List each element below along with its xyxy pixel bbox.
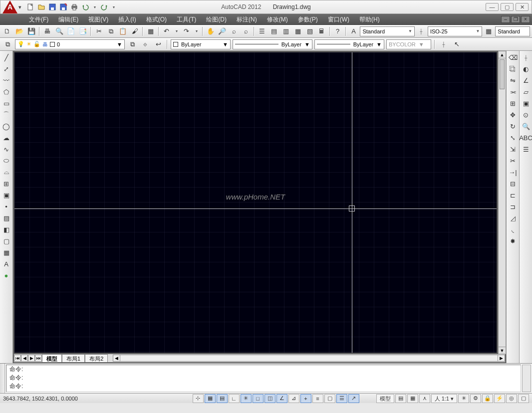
insert-icon[interactable]: ⊞ [1, 178, 12, 189]
qat-save-icon[interactable] [47, 2, 57, 12]
mdi-restore-button[interactable]: ❐ [511, 16, 520, 23]
redo-list-icon[interactable]: ▾ [193, 29, 200, 33]
trim-icon[interactable]: ✂ [508, 155, 519, 166]
tb-tablestyle-icon[interactable]: ▦ [483, 26, 494, 37]
spline-icon[interactable]: ∿ [1, 144, 12, 155]
radius-icon[interactable]: ◐ [521, 63, 532, 74]
coords-readout[interactable]: 3643.7842, 1502.4301, 0.0000 [3, 396, 103, 402]
qat-print-icon[interactable] [69, 2, 79, 12]
circle-icon[interactable]: ◯ [1, 121, 12, 132]
mirror-icon[interactable]: ⇋ [508, 75, 519, 86]
quickselect-icon[interactable]: ⊙ [521, 109, 532, 120]
spell-icon[interactable]: ABC [521, 132, 532, 143]
tab-first-icon[interactable]: ⏮ [14, 355, 21, 362]
join-icon[interactable]: ⊐ [508, 201, 519, 212]
tb-zoomprev-icon[interactable]: ⌕ [241, 26, 252, 37]
scroll-right-icon[interactable]: ▶ [498, 355, 505, 361]
layer-combo[interactable]: 💡 ☀ 🔓 🖶 0 ▼ [15, 39, 125, 49]
tb-zoomrt-icon[interactable]: 🔎 [217, 26, 228, 37]
tab-prev-icon[interactable]: ◀ [21, 355, 28, 362]
area-icon[interactable]: ▱ [521, 86, 532, 97]
sb-quickview-drawings-icon[interactable]: ▦ [407, 394, 418, 403]
sb-cleanscreen-icon[interactable]: ▢ [518, 394, 529, 403]
sb-isolate-icon[interactable]: ◎ [506, 394, 517, 403]
sb-dyn-icon[interactable]: + [300, 394, 311, 403]
undo-dropdown-icon[interactable]: ▾ [91, 2, 98, 12]
scroll-down-icon[interactable]: ▼ [499, 347, 506, 354]
menu-modify[interactable]: 修改(M) [262, 14, 293, 25]
break-icon[interactable]: ⊏ [508, 190, 519, 201]
tb-blockeditor-icon[interactable]: ▦ [145, 26, 156, 37]
arc-icon[interactable]: ⌒ [1, 109, 12, 120]
linetype-combo[interactable]: ByLayer ▼ [233, 39, 312, 49]
menu-parametric[interactable]: 参数(P) [293, 14, 323, 25]
tb-redo-icon[interactable]: ↷ [181, 26, 192, 37]
scale-icon[interactable]: ⤡ [508, 132, 519, 143]
maximize-button[interactable]: ▢ [501, 3, 514, 11]
addselected-icon[interactable]: ● [1, 270, 12, 281]
undo-list-icon[interactable]: ▾ [173, 29, 180, 33]
menu-file[interactable]: 文件(F) [24, 14, 53, 25]
sb-ducs-icon[interactable]: ⊿ [288, 394, 299, 403]
tb-help-icon[interactable]: ? [332, 26, 343, 37]
copy-icon[interactable]: ⿻ [508, 63, 519, 74]
scroll-left-icon[interactable]: ◀ [113, 355, 120, 361]
tb-paste-icon[interactable]: 📋 [117, 26, 128, 37]
ellipse-icon[interactable]: ⬭ [1, 155, 12, 166]
sb-osnap-icon[interactable]: □ [253, 394, 264, 403]
plotstyle-combo[interactable]: BYCOLOR ▼ [386, 39, 431, 49]
offset-icon[interactable]: ⫘ [508, 86, 519, 97]
sb-grid-icon[interactable]: ▤ [217, 394, 228, 403]
xline-icon[interactable]: ⤢ [1, 63, 12, 74]
draworder-icon[interactable]: ☰ [521, 144, 532, 155]
menu-window[interactable]: 窗口(W) [323, 14, 354, 25]
tb-copy-icon[interactable]: ⧉ [105, 26, 116, 37]
sb-3dosnap-icon[interactable]: ◫ [265, 394, 275, 403]
tb-preview-icon[interactable]: 🔍 [54, 26, 65, 37]
tb-undo-icon[interactable]: ↶ [161, 26, 172, 37]
sb-polar-icon[interactable]: ✳ [241, 394, 252, 403]
menu-dimension[interactable]: 标注(N) [232, 14, 262, 25]
sb-quickview-layouts-icon[interactable]: ▤ [395, 394, 406, 403]
app-logo-icon[interactable] [2, 0, 17, 13]
tab-layout1[interactable]: 布局1 [62, 354, 85, 362]
close-button[interactable]: ✕ [516, 3, 529, 11]
breakpoint-icon[interactable]: ⊟ [508, 178, 519, 189]
sb-space-button[interactable]: 模型 [376, 394, 394, 403]
polygon-icon[interactable]: ⬠ [1, 86, 12, 97]
dim-style-combo[interactable]: ISO-25 ▼ [428, 26, 483, 36]
stretch-icon[interactable]: ⇲ [508, 144, 519, 155]
tab-last-icon[interactable]: ⏭ [35, 355, 42, 362]
sb-ws-icon[interactable]: ⚙ [470, 394, 481, 403]
table-style-combo[interactable]: Standard [495, 26, 530, 36]
color-combo[interactable]: ByLayer ▼ [171, 39, 231, 49]
erase-icon[interactable]: ⌫ [508, 52, 519, 63]
point-icon[interactable]: • [1, 201, 12, 212]
polyline-icon[interactable]: 〰 [1, 75, 12, 86]
tb-save-icon[interactable]: 💾 [26, 26, 37, 37]
tb-markup-icon[interactable]: ▧ [304, 26, 315, 37]
app-menu-dropdown[interactable]: ▾ [17, 0, 22, 13]
tb-3ddwf-icon[interactable]: 📑 [77, 26, 88, 37]
qat-open-icon[interactable] [36, 2, 46, 12]
tb-plot-icon[interactable]: 🖶 [42, 26, 53, 37]
sb-ortho-icon[interactable]: ∟ [229, 394, 240, 403]
sb-lwt-icon[interactable]: ≡ [312, 394, 323, 403]
redo-dropdown-icon[interactable]: ▾ [110, 2, 117, 12]
makeblock-icon[interactable]: ▣ [1, 190, 12, 201]
command-grip[interactable] [0, 364, 5, 393]
qat-new-icon[interactable] [25, 2, 35, 12]
sb-annoscale-icon[interactable]: ⋏ [419, 394, 430, 403]
select-icon[interactable]: ↖ [451, 39, 462, 50]
menu-view[interactable]: 视图(V) [83, 14, 113, 25]
volume-icon[interactable]: ▣ [521, 98, 532, 109]
sb-sc-icon[interactable]: ↗ [348, 394, 359, 403]
tab-next-icon[interactable]: ▶ [28, 355, 35, 362]
tb-toolpalettes-icon[interactable]: ▥ [280, 26, 291, 37]
qat-undo-icon[interactable] [80, 2, 90, 12]
sb-tpy-icon[interactable]: ▢ [324, 394, 335, 403]
tb-properties-icon[interactable]: ☰ [257, 26, 267, 37]
tb-zoomwin-icon[interactable]: ⌕ [229, 26, 240, 37]
menu-edit[interactable]: 编辑(E) [53, 14, 83, 25]
qat-redo-icon[interactable] [99, 2, 109, 12]
